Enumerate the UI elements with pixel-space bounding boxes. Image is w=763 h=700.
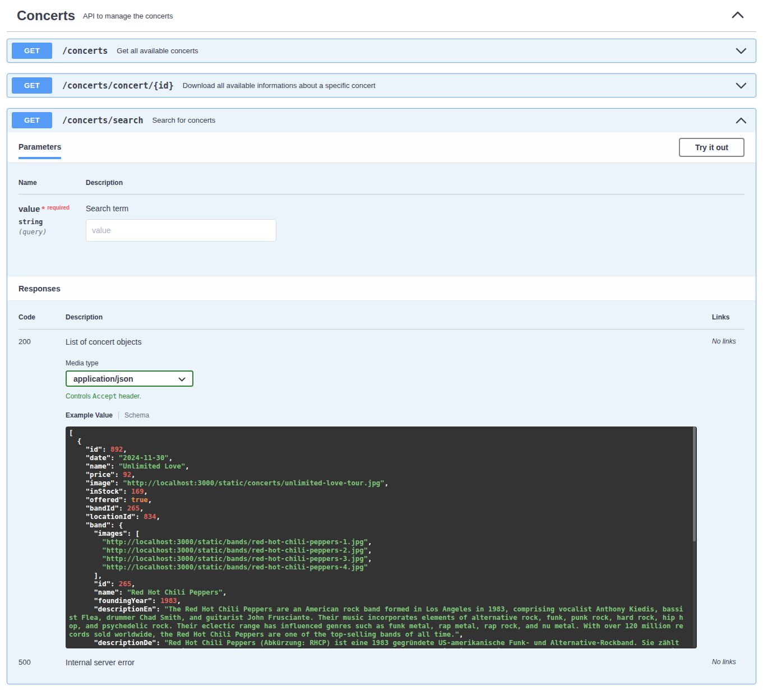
operation-summary: Get all available concerts [117,47,198,55]
response-links: No links [712,658,744,667]
parameter-description: Search term [86,204,744,213]
swagger-page: Concerts API to manage the concerts GET … [0,0,763,684]
column-code: Code [19,313,66,321]
response-description: Internal server error [66,658,712,667]
try-it-out-button[interactable]: Try it out [679,138,744,157]
column-links: Links [712,313,744,321]
method-badge: GET [12,43,52,59]
parameters-table-header: Name Description [19,179,744,194]
tag-title: Concerts [17,8,75,24]
required-label: required [47,205,70,211]
tab-separator [118,411,119,419]
responses-table-header: Code Description Links [19,313,744,330]
scrollbar-thumb[interactable] [693,427,696,541]
column-name: Name [19,179,86,187]
chevron-down-icon[interactable] [736,82,747,89]
method-badge: GET [12,112,52,128]
parameter-type: string [19,218,86,226]
media-type-label: Media type [66,359,712,367]
media-type-block: Media type application/json Controls Acc… [66,359,712,400]
parameter-meta: value*required string (query) [19,204,86,242]
active-tab-underline [19,157,61,159]
parameter-name: value*required [19,204,86,214]
parameters-title: Parameters [19,142,61,151]
tag-divider [7,31,756,32]
column-description: Description [86,179,744,187]
response-code: 500 [19,658,66,667]
parameters-body: Name Description value*required string (… [7,163,756,276]
parameters-header: Parameters Try it out [7,132,756,163]
operation-path: /concerts/concert/{id} [62,81,174,91]
model-tabs: Example Value Schema [66,411,712,419]
tab-schema[interactable]: Schema [124,411,149,419]
opblock-get-concert-by-id: GET /concerts/concert/{id} Download all … [7,73,756,98]
parameter-location: (query) [19,228,86,236]
chevron-down-icon [178,374,186,383]
column-description: Description [66,313,712,321]
tag-header[interactable]: Concerts API to manage the concerts [7,0,756,30]
response-row-200: 200 List of concert objects Media type a… [19,330,744,648]
response-description: List of concert objects [66,337,712,346]
response-code: 200 [19,337,66,648]
method-badge: GET [12,77,52,94]
media-type-select[interactable]: application/json [66,370,193,387]
parameter-row-value: value*required string (query) Search ter… [19,194,744,242]
chevron-down-icon[interactable] [736,48,747,54]
example-code: [ { "id": 892, "date": "2024-11-30", "na… [66,427,697,648]
media-type-selected: application/json [73,374,133,383]
response-links: No links [712,337,744,648]
tab-parameters: Parameters [19,136,61,159]
accept-header-code: Accept [93,392,117,400]
responses-header: Responses [7,276,756,301]
opblock-get-concerts-search: GET /concerts/search Search for concerts… [7,108,756,684]
operation-summary: Download all available informations abou… [183,81,376,90]
responses-body: Code Description Links 200 List of conce… [7,301,756,684]
chevron-up-icon[interactable] [732,11,744,21]
opblock-summary-get-concerts-search[interactable]: GET /concerts/search Search for concerts [7,109,756,132]
opblock-get-concerts: GET /concerts Get all available concerts [7,39,756,63]
operation-path: /concerts [62,46,108,56]
value-input[interactable] [86,219,276,242]
operation-path: /concerts/search [62,115,144,126]
example-json-block[interactable]: [ { "id": 892, "date": "2024-11-30", "na… [66,427,697,648]
tab-example-value[interactable]: Example Value [66,411,113,419]
responses-title: Responses [19,284,61,293]
controls-accept-note: Controls Accept header. [66,392,712,400]
tag-description: API to manage the concerts [83,12,173,20]
chevron-up-icon[interactable] [736,117,747,124]
parameter-description-cell: Search term [86,204,744,242]
response-200-content: List of concert objects Media type appli… [66,337,712,648]
operation-summary: Search for concerts [152,116,216,124]
opblock-summary-get-concerts[interactable]: GET /concerts Get all available concerts [7,39,756,62]
response-row-500: 500 Internal server error No links [19,648,744,684]
opblock-summary-get-concert-by-id[interactable]: GET /concerts/concert/{id} Download all … [7,74,756,97]
required-asterisk: * [41,204,45,214]
